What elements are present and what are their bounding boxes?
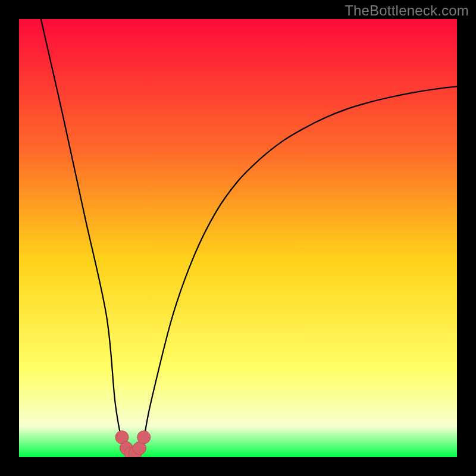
plot-svg — [19, 19, 457, 457]
chart-frame: TheBottleneck.com — [0, 0, 476, 476]
optimum-marker — [137, 431, 151, 444]
gradient-background — [19, 19, 457, 457]
plot-area — [19, 19, 457, 457]
watermark-text: TheBottleneck.com — [345, 2, 469, 19]
